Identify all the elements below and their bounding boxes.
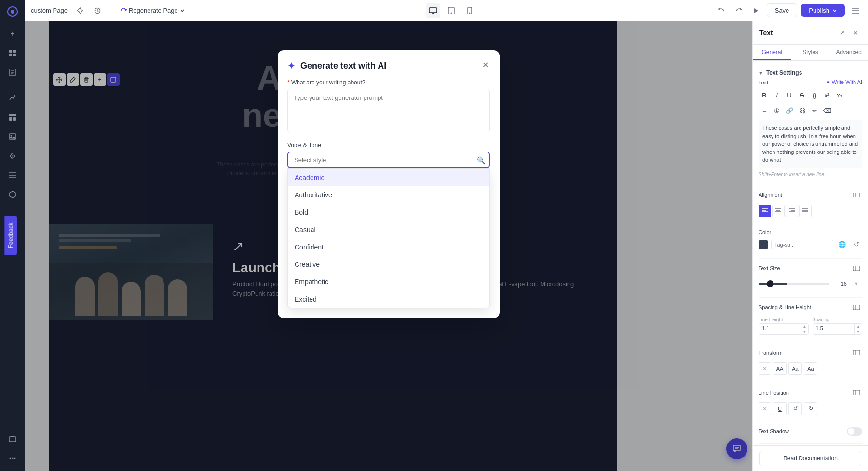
grid-icon[interactable]: [4, 44, 21, 62]
line-position-responsive-icon[interactable]: [851, 387, 862, 399]
text-size-section: Text Size 16 ▼: [759, 263, 862, 290]
write-ai-button[interactable]: ✦ Write With AI: [826, 79, 862, 85]
line-height-down[interactable]: ▼: [801, 329, 808, 334]
analytics-icon[interactable]: [4, 89, 21, 107]
spacing-label: Spacing & Line Height: [759, 305, 811, 310]
text-settings-header[interactable]: ▼ Text Settings: [759, 67, 862, 79]
unlink-btn[interactable]: ⛓: [796, 105, 808, 116]
option-empathetic[interactable]: Empathetic: [288, 273, 489, 291]
menu-icon[interactable]: [4, 166, 21, 184]
mobile-view-btn[interactable]: [462, 3, 477, 18]
transform-clear-btn[interactable]: ✕: [759, 362, 771, 375]
option-excited[interactable]: Excited: [288, 291, 489, 308]
align-justify-btn[interactable]: [799, 205, 812, 217]
text-size-label: Text Size: [759, 265, 780, 271]
color-global-icon[interactable]: 🌐: [836, 239, 848, 250]
color-header: Color: [759, 229, 862, 235]
ordered-list-btn[interactable]: ①: [771, 105, 783, 116]
color-value[interactable]: Tag-str...: [771, 240, 833, 249]
page-icon[interactable]: [4, 64, 21, 81]
style-search-input[interactable]: [287, 152, 490, 168]
pages-bottom-icon[interactable]: [4, 430, 21, 448]
line-pos-clear-btn[interactable]: ✕: [759, 402, 771, 415]
right-panel: Text ⤢ ✕ General Styles Advanced ▼ Text …: [752, 21, 868, 471]
alignment-header: Alignment: [759, 189, 862, 201]
option-creative[interactable]: Creative: [288, 256, 489, 273]
modal-close-button[interactable]: ✕: [478, 58, 492, 71]
line-pos-underline-btn[interactable]: U: [773, 402, 787, 415]
italic-btn[interactable]: I: [771, 89, 783, 101]
text-size-unit-btn[interactable]: ▼: [851, 278, 862, 290]
preview-icon[interactable]: [749, 4, 763, 17]
bold-btn[interactable]: B: [759, 89, 770, 101]
text-shadow-toggle[interactable]: [847, 427, 862, 436]
desktop-view-btn[interactable]: [426, 3, 440, 18]
line-height-up[interactable]: ▲: [801, 324, 808, 329]
align-right-btn[interactable]: [786, 205, 798, 217]
strikethrough-btn[interactable]: S: [796, 89, 808, 101]
align-center-btn[interactable]: [772, 205, 785, 217]
line-pos-rotate-left-btn[interactable]: ↺: [788, 402, 802, 415]
svg-rect-3: [13, 50, 16, 53]
spacing-up[interactable]: ▲: [855, 324, 862, 329]
feedback-tab[interactable]: Feedback: [4, 216, 17, 255]
modal-overlay: ✦ Generate text with AI ✕ * What are you…: [25, 21, 752, 471]
image-icon[interactable]: [4, 128, 21, 145]
panel-header: Text ⤢ ✕: [753, 21, 868, 45]
save-button[interactable]: Save: [767, 3, 798, 17]
transform-capitalize-btn[interactable]: Aa: [788, 362, 802, 375]
transform-lowercase-btn[interactable]: Aa: [804, 362, 817, 375]
superscript-btn[interactable]: x²: [821, 89, 833, 101]
color-reset-icon[interactable]: ↺: [851, 239, 862, 250]
alignment-responsive-icon[interactable]: [851, 189, 862, 201]
transform-uppercase-btn[interactable]: AA: [773, 362, 787, 375]
line-pos-rotate-right-btn[interactable]: ↻: [804, 402, 817, 415]
text-settings-label: Text Settings: [766, 69, 802, 76]
panel-expand-icon[interactable]: ⤢: [836, 27, 848, 39]
clear-btn[interactable]: ⌫: [821, 105, 833, 116]
plugin-icon[interactable]: [4, 186, 21, 203]
settings-icon[interactable]: ⚙: [4, 147, 21, 165]
text-size-slider[interactable]: [759, 283, 829, 285]
publish-button[interactable]: Publish: [801, 4, 845, 17]
history-icon[interactable]: [91, 4, 104, 17]
panel-tabs: General Styles Advanced: [753, 45, 868, 61]
text-size-responsive-icon[interactable]: [851, 263, 862, 274]
read-docs-button[interactable]: Read Documentation: [760, 451, 861, 466]
highlight-btn[interactable]: ✏: [809, 105, 820, 116]
regenerate-page-btn[interactable]: Regenerate Page: [116, 5, 189, 16]
svg-point-21: [12, 458, 14, 459]
color-swatch[interactable]: [759, 240, 768, 249]
code-btn[interactable]: {}: [809, 89, 820, 101]
option-academic[interactable]: Academic: [288, 169, 489, 186]
option-bold[interactable]: Bold: [288, 204, 489, 221]
other-bottom-icon[interactable]: [4, 450, 21, 467]
underline-btn[interactable]: U: [784, 89, 795, 101]
transform-buttons: ✕ AA Aa Aa: [759, 362, 862, 375]
hamburger-icon[interactable]: [849, 4, 862, 17]
tab-general[interactable]: General: [753, 45, 791, 60]
add-icon[interactable]: +: [4, 25, 21, 42]
tab-styles[interactable]: Styles: [791, 45, 830, 60]
tab-advanced[interactable]: Advanced: [829, 45, 868, 60]
pin-icon[interactable]: [73, 4, 87, 17]
link-btn[interactable]: 🔗: [784, 105, 795, 116]
redo-icon[interactable]: [732, 4, 746, 17]
spacing-down[interactable]: ▼: [855, 329, 862, 334]
tablet-view-btn[interactable]: [444, 3, 459, 18]
subscript-btn[interactable]: x₂: [834, 89, 845, 101]
layout-icon[interactable]: [4, 109, 21, 126]
svg-point-29: [451, 13, 452, 14]
panel-close-icon[interactable]: ✕: [850, 27, 861, 39]
spacing-responsive-icon[interactable]: [851, 302, 862, 313]
align-left-btn[interactable]: [759, 205, 771, 217]
writing-textarea[interactable]: [287, 89, 490, 132]
undo-icon[interactable]: [715, 4, 728, 17]
panel-content: ▼ Text Settings Text ✦ Write With AI B I…: [753, 61, 868, 445]
option-confident[interactable]: Confident: [288, 238, 489, 256]
unordered-list-btn[interactable]: ≡: [759, 105, 770, 116]
app-logo[interactable]: [5, 4, 20, 19]
transform-responsive-icon[interactable]: [851, 347, 862, 359]
option-authoritative[interactable]: Authoritative: [288, 186, 489, 204]
option-casual[interactable]: Casual: [288, 221, 489, 238]
